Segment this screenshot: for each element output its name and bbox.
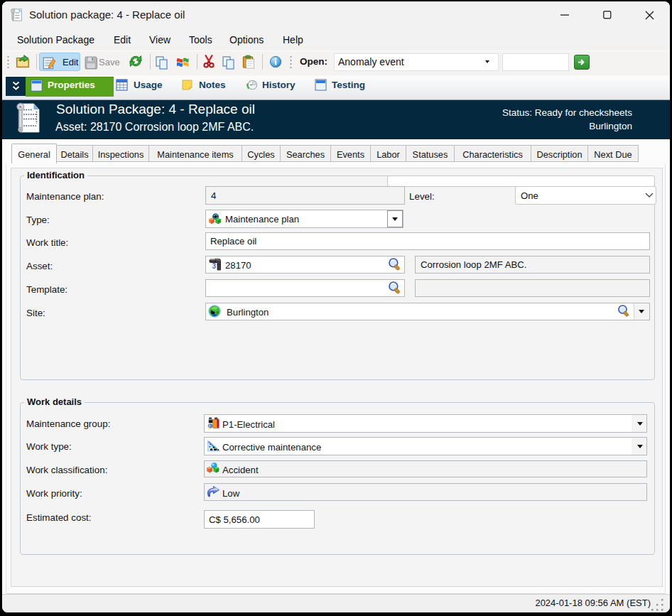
svg-text:3: 3: [212, 262, 217, 270]
